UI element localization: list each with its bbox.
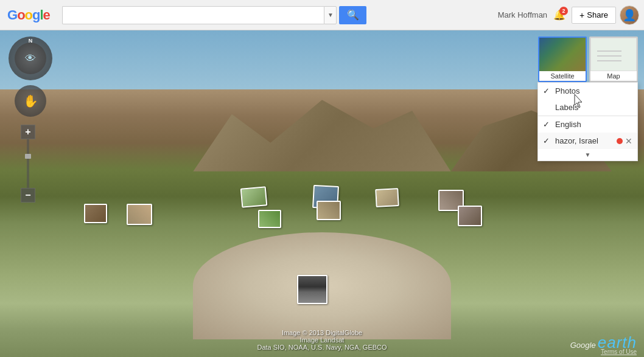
hazor-close-button[interactable]: ✕ [625,137,632,145]
user-area: Mark Hoffman 🔔 2 + Share 👤 [498,5,644,25]
photo-pin-6[interactable] [317,201,341,220]
satellite-thumbnail [539,38,586,71]
zoom-control: + − [21,125,35,203]
compass-ring[interactable]: N 👁 [9,36,52,80]
notification-bell[interactable]: 🔔 2 [551,7,568,24]
photo-pin-1[interactable] [84,204,107,223]
zoom-slider-thumb[interactable] [25,154,31,159]
attribution-line1: Image © 2013 DigitalGlobe [257,329,387,336]
user-avatar[interactable]: 👤 [620,5,639,25]
google-text: Google [570,341,596,350]
map-type-panel: Satellite Map [538,36,638,82]
zoom-slider[interactable] [27,139,29,188]
zoom-out-button[interactable]: − [21,188,35,203]
logo: Google [0,2,57,28]
labels-menu-item[interactable]: Labels [538,99,637,116]
search-button[interactable]: 🔍 [339,6,366,24]
attribution: Image © 2013 DigitalGlobe Image Landsat … [257,329,387,351]
toolbar: Google ▼ 🔍 Mark Hoffman 🔔 2 + Share 👤 [0,0,644,30]
chevron-down-icon: ▼ [327,12,334,18]
map-thumbnail [590,38,637,71]
photo-pin-2[interactable] [127,204,152,225]
english-menu-item[interactable]: English [538,116,637,133]
pan-control[interactable]: ✋ [15,85,46,117]
dropdown-menu: Photos Labels English hazor, Israel ✕ ▼ [537,82,638,161]
eye-icon: 👁 [25,52,36,65]
username-label: Mark Hoffman [498,10,547,19]
satellite-view-button[interactable]: Satellite [538,36,587,82]
compass[interactable]: N 👁 [9,36,52,80]
hazor-actions: ✕ [617,137,632,145]
photo-pin-3[interactable] [240,186,268,208]
photo-pin-9[interactable] [458,206,482,226]
pan-ring[interactable]: ✋ [15,85,46,117]
north-label: N [29,38,33,44]
photos-menu-item[interactable]: Photos [538,83,637,99]
menu-expand-arrow[interactable]: ▼ [538,149,637,161]
notification-badge: 2 [559,7,568,15]
photo-pin-center[interactable] [297,275,327,304]
plus-icon: + [579,10,584,20]
attribution-line2: Image Landsat [257,336,387,344]
google-logo: Google [7,7,50,23]
zoom-in-button[interactable]: + [21,125,35,139]
search-dropdown-button[interactable]: ▼ [324,6,337,24]
search-input[interactable] [62,6,324,24]
photo-pin-7[interactable] [375,188,399,207]
attribution-line3: Data SIO, NOAA, U.S. Navy, NGA, GEBCO [257,344,387,351]
hazor-menu-item[interactable]: hazor, Israel ✕ [538,133,637,149]
terms-link[interactable]: Terms of Use [601,348,637,355]
search-bar: ▼ 🔍 [62,6,366,24]
map-label: Map [590,71,637,81]
map-view-button[interactable]: Map [589,36,638,82]
chevron-down-icon: ▼ [585,151,591,158]
share-button[interactable]: + Share [572,7,616,24]
satellite-label: Satellite [539,71,586,81]
hazor-dot-button[interactable] [617,138,623,144]
compass-center[interactable]: 👁 [15,43,46,74]
photo-pin-4[interactable] [258,210,281,228]
avatar-image: 👤 [623,9,636,22]
search-icon: 🔍 [347,9,359,21]
hand-icon: ✋ [23,94,38,108]
